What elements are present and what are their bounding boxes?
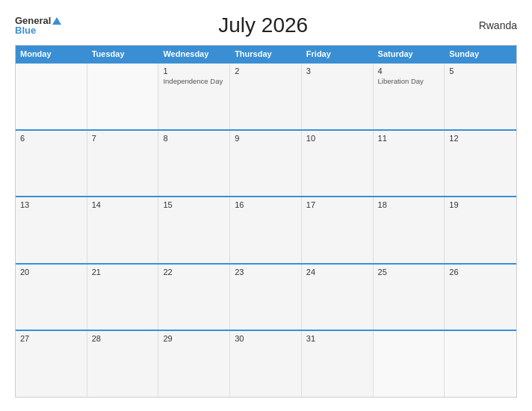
cell-date: 21 [92, 268, 154, 276]
cell-date: 31 [306, 334, 368, 343]
country-label: Rwanda [465, 19, 517, 31]
cell-date: 15 [163, 200, 225, 209]
cell-date: 28 [92, 334, 154, 343]
cell-date: 20 [20, 268, 82, 276]
table-row: 9 [230, 131, 302, 197]
table-row: 12 [445, 131, 516, 197]
table-row: 15 [158, 197, 230, 263]
week-3: 13 14 15 16 17 18 19 [16, 196, 516, 263]
calendar-header: Monday Tuesday Wednesday Thursday Friday… [16, 46, 516, 62]
cell-date: 18 [378, 200, 440, 209]
table-row: 14 [87, 197, 159, 263]
col-friday: Friday [302, 46, 374, 62]
logo-blue-text: Blue [15, 25, 36, 35]
table-row: 22 [158, 265, 230, 330]
calendar-body: 1 Independence Day 2 3 4 Liberation Day … [16, 62, 516, 397]
table-row: 2 [230, 64, 302, 129]
calendar-title: July 2026 [61, 13, 465, 37]
table-row: 10 [302, 131, 374, 197]
table-row: 4 Liberation Day [374, 64, 445, 129]
cell-date: 16 [235, 200, 297, 209]
table-row: 13 [16, 197, 87, 263]
col-thursday: Thursday [230, 46, 302, 62]
table-row: 25 [374, 265, 445, 330]
cell-date: 25 [378, 268, 440, 276]
cell-event: Independence Day [163, 77, 225, 86]
cell-date: 29 [163, 334, 225, 343]
table-row: 18 [374, 197, 445, 263]
cell-date: 3 [306, 67, 368, 75]
col-tuesday: Tuesday [87, 46, 159, 62]
cell-date: 7 [92, 134, 154, 143]
table-row: 27 [16, 331, 87, 397]
cell-date: 10 [306, 134, 368, 143]
cell-event: Liberation Day [378, 77, 440, 86]
table-row [374, 331, 445, 397]
table-row: 11 [374, 131, 445, 197]
col-wednesday: Wednesday [158, 46, 230, 62]
table-row: 20 [16, 265, 87, 330]
logo: General Blue [15, 16, 61, 35]
cell-date: 30 [235, 334, 297, 343]
cell-date: 8 [163, 134, 225, 143]
cell-date: 2 [235, 67, 297, 75]
table-row [16, 64, 87, 129]
table-row: 17 [302, 197, 374, 263]
cell-date: 1 [163, 67, 225, 75]
table-row: 31 [302, 331, 374, 397]
table-row: 16 [230, 197, 302, 263]
cell-date: 17 [306, 200, 368, 209]
cell-date: 13 [20, 200, 82, 209]
table-row: 8 [158, 131, 230, 197]
cell-date: 5 [449, 67, 512, 75]
table-row: 21 [87, 265, 159, 330]
header: General Blue July 2026 Rwanda [15, 13, 517, 37]
cell-date: 12 [449, 134, 512, 143]
week-4: 20 21 22 23 24 25 26 [16, 263, 516, 330]
cell-date: 11 [378, 134, 440, 143]
table-row: 19 [445, 197, 516, 263]
cell-date: 14 [92, 200, 154, 209]
cell-date: 4 [378, 67, 440, 75]
col-saturday: Saturday [374, 46, 445, 62]
table-row: 6 [16, 131, 87, 197]
cell-date: 24 [306, 268, 368, 276]
cell-date: 9 [235, 134, 297, 143]
table-row: 5 [445, 64, 516, 129]
table-row: 23 [230, 265, 302, 330]
cell-date: 22 [163, 268, 225, 276]
calendar: Monday Tuesday Wednesday Thursday Friday… [15, 45, 517, 398]
col-monday: Monday [16, 46, 87, 62]
table-row: 3 [302, 64, 374, 129]
week-1: 1 Independence Day 2 3 4 Liberation Day … [16, 62, 516, 129]
page: General Blue July 2026 Rwanda Monday Tue… [0, 0, 532, 411]
table-row [87, 64, 159, 129]
cell-date: 26 [449, 268, 512, 276]
cell-date: 27 [20, 334, 82, 343]
table-row: 7 [87, 131, 159, 197]
week-2: 6 7 8 9 10 11 12 [16, 129, 516, 197]
table-row: 1 Independence Day [158, 64, 230, 129]
cell-date: 6 [20, 134, 82, 143]
table-row [445, 331, 516, 397]
cell-date: 23 [235, 268, 297, 276]
table-row: 29 [158, 331, 230, 397]
logo-triangle-icon [52, 17, 61, 25]
table-row: 26 [445, 265, 516, 330]
week-5: 27 28 29 30 31 [16, 330, 516, 397]
table-row: 30 [230, 331, 302, 397]
cell-date: 19 [449, 200, 512, 209]
table-row: 24 [302, 265, 374, 330]
table-row: 28 [87, 331, 159, 397]
col-sunday: Sunday [445, 46, 516, 62]
